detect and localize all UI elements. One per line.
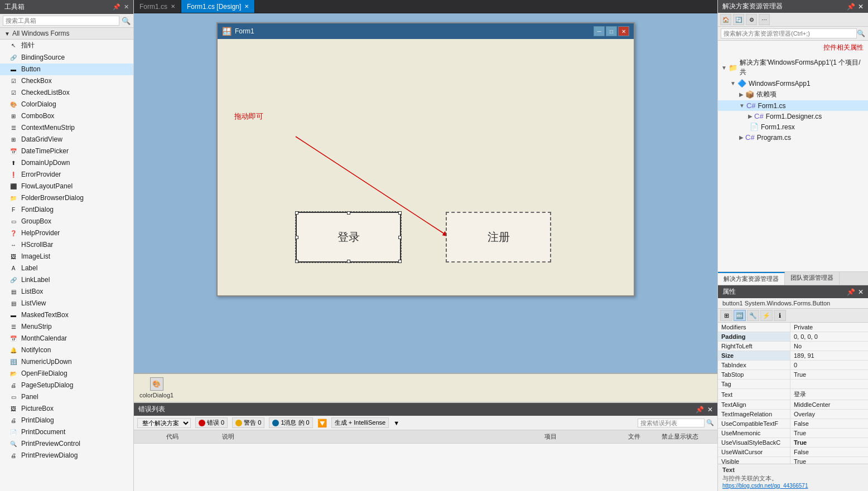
toolbox-item-printdialog[interactable]: 🖨 PrintDialog [0,415,133,426]
prop-row-textimagerelation[interactable]: TextImageRelation Overlay [718,410,868,419]
toolbox-item-linklabel[interactable]: 🔗 LinkLabel [0,274,133,286]
prop-btn-info[interactable]: ℹ [774,310,786,321]
form-body[interactable]: 拖动即可 登录 [218,39,634,295]
error-pin-icon[interactable]: 📌 [696,406,704,414]
sol-node-programcs[interactable]: ▶ C# Program.cs [718,132,868,143]
pin-icon[interactable]: 📌 [113,3,120,11]
toolbox-item-datagridview[interactable]: ⊞ DataGridView [0,134,133,145]
toolbox-item-menustrip[interactable]: ☰ MenuStrip [0,321,133,333]
toolbox-item-label[interactable]: A Label [0,262,133,274]
prop-row-modifiers[interactable]: Modifiers Private [718,323,868,332]
prop-btn-events[interactable]: ⚡ [760,310,773,321]
prop-row-usewaitcursor[interactable]: UseWaitCursor False [718,448,868,457]
info-count-btn[interactable]: 1消息 的 0 [269,417,312,428]
form-button-login[interactable]: 登录 [296,212,401,262]
toolbox-item-printdocument[interactable]: 📄 PrintDocument [0,426,133,438]
handle-bc[interactable] [347,260,350,263]
toolbox-item-printpreviewcontrol[interactable]: 🔍 PrintPreviewControl [0,438,133,450]
toolbox-search-input[interactable] [3,16,119,26]
col-code[interactable]: 代码 [164,431,220,442]
toolbox-item-指针[interactable]: ↖ 指针 [0,40,133,52]
error-close-icon[interactable]: ✕ [707,406,713,414]
sol-btn-more[interactable]: ⋯ [759,14,770,25]
toolbox-item-picturebox[interactable]: 🖼 PictureBox [0,403,133,415]
tab-form1-design[interactable]: Form1.cs [Design] ✕ [181,0,255,13]
prop-row-visible[interactable]: Visible True [718,457,868,464]
toolbox-item-pagesetupdialog[interactable]: 🖨 PageSetupDialog [0,380,133,391]
build-dropdown-icon[interactable]: ▼ [393,420,399,426]
col-desc[interactable]: 说明 [220,431,542,442]
sol-node-form1cs[interactable]: ▼ C# Form1.cs [718,100,868,111]
col-suppress[interactable]: 禁止显示状态 [659,431,715,442]
tab-form1-cs[interactable]: Form1.cs ✕ [134,0,181,13]
prop-btn-categorized[interactable]: ⊞ [720,310,732,321]
sol-btn-home[interactable]: 🏠 [720,14,731,25]
handle-mr[interactable] [398,236,402,239]
toolbox-item-bindingsource[interactable]: 🔗 BindingSource [0,52,133,64]
build-btn[interactable]: 生成 + IntelliSense [331,417,389,428]
prop-row-usecompatibletextf[interactable]: UseCompatibleTextF False [718,419,868,429]
prop-row-padding[interactable]: Padding 0, 0, 0, 0 [718,332,868,342]
filter-icon[interactable]: 🔽 [317,419,327,427]
right-tab-solution[interactable]: 解决方案资源管理器 [718,272,785,285]
sol-node-form1designer[interactable]: ▶ C# Form1.Designer.cs [718,111,868,121]
prop-btn-props[interactable]: 🔧 [747,310,759,321]
prop-row-usemnemonic[interactable]: UseMnemonic True [718,429,868,438]
toolbox-item-listbox[interactable]: ▤ ListBox [0,286,133,298]
prop-desc-link[interactable]: https://blog.csdn.net/qq_44366571 [722,483,864,489]
toolbox-item-fontdialog[interactable]: F FontDialog [0,204,133,216]
sol-node-deps[interactable]: ▶ 📦 依赖项 [718,89,868,100]
sol-node-project[interactable]: ▼ 🔷 WindowsFormsApp1 [718,78,868,89]
toolbox-category[interactable]: ▼ All Windows Forms [0,28,133,40]
toolbox-item-maskedtextbox[interactable]: ▬ MaskedTextBox [0,309,133,321]
close-toolbox-icon[interactable]: ✕ [124,3,129,11]
warning-count-btn[interactable]: 警告 0 [232,417,264,428]
handle-bl[interactable] [295,260,298,263]
form-button-register[interactable]: 注册 [446,212,551,262]
tab-form1-cs-close[interactable]: ✕ [171,3,175,9]
toolbox-item-datetimepicker[interactable]: 📅 DateTimePicker [0,145,133,157]
toolbox-item-flowlayoutpanel[interactable]: ⬛ FlowLayoutPanel [0,181,133,192]
toolbox-item-helpprovider[interactable]: ❓ HelpProvider [0,227,133,239]
toolbox-item-contextmenustrip[interactable]: ☰ ContextMenuStrip [0,122,133,134]
toolbox-item-monthcalendar[interactable]: 📅 MonthCalendar [0,333,133,344]
prop-row-righttoleft[interactable]: RightToLeft No [718,342,868,351]
prop-row-tabindex[interactable]: TabIndex 0 [718,361,868,370]
sol-btn-settings[interactable]: ⚙ [746,14,757,25]
prop-row-size[interactable]: Size 189, 91 [718,351,868,361]
toolbox-item-folderbrowserdialog[interactable]: 📁 FolderBrowserDialog [0,192,133,204]
col-project[interactable]: 项目 [542,431,626,442]
sol-close-icon[interactable]: ✕ [858,3,864,11]
prop-close-icon[interactable]: ✕ [858,288,864,296]
toolbox-item-listview[interactable]: ▤ ListView [0,298,133,309]
handle-tr[interactable] [398,211,402,215]
toolbox-item-checkbox[interactable]: ☑ CheckBox [0,75,133,87]
toolbox-item-checkedlistbox[interactable]: ☑ CheckedListBox [0,87,133,99]
prop-row-textalign[interactable]: TextAlign MiddleCenter [718,400,868,410]
prop-row-tabstop[interactable]: TabStop True [718,370,868,380]
prop-row-tag[interactable]: Tag [718,380,868,389]
handle-tl[interactable] [295,211,298,215]
toolbox-item-domainupdown[interactable]: ⬆ DomainUpDown [0,157,133,169]
error-search-input[interactable] [638,419,705,427]
toolbox-item-groupbox[interactable]: ▭ GroupBox [0,216,133,227]
sol-node-form1resx[interactable]: 📄 Form1.resx [718,121,868,132]
toolbox-item-openfiledialog[interactable]: 📂 OpenFileDialog [0,368,133,380]
toolbox-item-button[interactable]: ▬ Button [0,64,133,75]
sol-pin-icon[interactable]: 📌 [847,3,855,11]
toolbox-item-notifyicon[interactable]: 🔔 NotifyIcon [0,344,133,356]
handle-br[interactable] [398,260,402,263]
sol-node-solution[interactable]: ▼ 📁 解决方案'WindowsFormsApp1'(1 个项目/共 [718,57,868,78]
sol-btn-refresh[interactable]: 🔄 [733,14,744,25]
toolbox-item-imagelist[interactable]: 🖼 ImageList [0,251,133,262]
prop-btn-alphabetical[interactable]: 🔤 [734,310,746,321]
toolbox-item-errorprovider[interactable]: ❗ ErrorProvider [0,169,133,181]
toolbox-item-combobox[interactable]: ⊞ ComboBox [0,110,133,122]
form-maximize-btn[interactable]: □ [606,26,617,36]
tab-form1-design-close[interactable]: ✕ [244,3,249,9]
tray-colordialog1[interactable]: 🎨 colorDialog1 [139,377,173,398]
solution-search-input[interactable] [721,28,857,38]
form-minimize-btn[interactable]: ─ [594,26,605,36]
toolbox-item-hscrollbar[interactable]: ↔ HScrollBar [0,239,133,251]
error-scope-select[interactable]: 整个解决方案 [137,418,191,428]
